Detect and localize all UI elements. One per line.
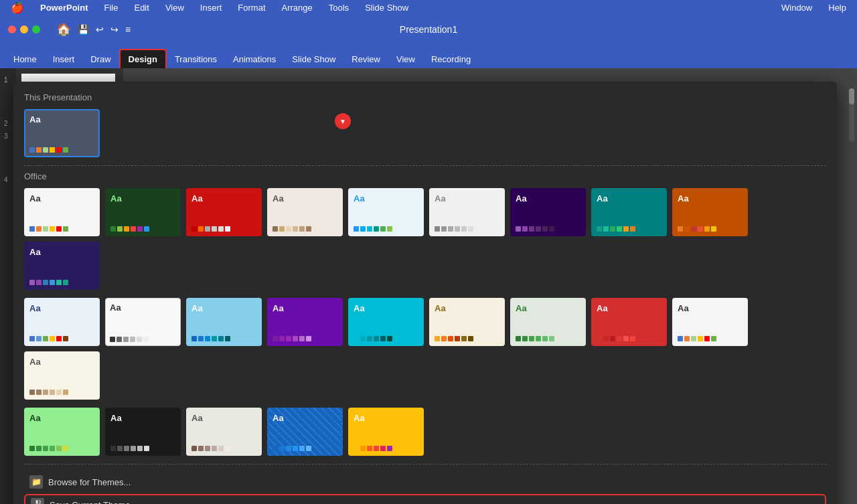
redo-icon[interactable]: ↪ (110, 24, 119, 35)
office-theme-5[interactable]: Aa (429, 188, 505, 236)
office-theme-7[interactable]: Aa (591, 188, 667, 236)
this-presentation-label: This Presentation (24, 92, 826, 102)
section-divider (24, 165, 826, 166)
office-theme-9[interactable]: Aa (24, 242, 100, 290)
maximize-button[interactable] (32, 25, 40, 33)
office-theme-18[interactable]: Aa (672, 298, 748, 346)
menu-format[interactable]: Format (235, 2, 268, 13)
theme-dropdown-panel: This Presentation Aa Office Aa (13, 82, 837, 504)
tab-design[interactable]: Design (119, 49, 167, 68)
tab-animations[interactable]: Animations (225, 50, 284, 68)
office-theme-6[interactable]: Aa (510, 188, 586, 236)
save-theme-icon: 💾 (31, 498, 44, 504)
menu-bar: 🍎 PowerPoint File Edit View Insert Forma… (0, 0, 857, 15)
menu-insert[interactable]: Insert (198, 2, 225, 13)
menu-tools[interactable]: Tools (326, 2, 352, 13)
office-theme-17[interactable]: Aa (591, 298, 667, 346)
office-theme-14[interactable]: Aa (348, 298, 424, 346)
current-theme-card[interactable]: Aa (24, 109, 100, 157)
scrollbar-thumb[interactable] (849, 88, 854, 104)
undo-icon[interactable]: ↩ (96, 24, 104, 35)
office-theme-21[interactable]: Aa (105, 408, 181, 456)
bottom-divider (24, 464, 826, 465)
office-row1: Aa Aa Aa Aa Aa Aa (24, 188, 826, 290)
minimize-button[interactable] (20, 25, 28, 33)
bottom-actions: 📁 Browse for Themes... 💾 Save Current Th… (24, 467, 826, 504)
toolbar-icons: 🏠 💾 ↩ ↪ ≡ (56, 22, 131, 37)
tab-recording[interactable]: Recording (423, 50, 479, 68)
browse-themes-icon: 📁 (29, 475, 43, 489)
office-theme-8[interactable]: Aa (672, 188, 748, 236)
menu-slideshow[interactable]: Slide Show (362, 2, 411, 13)
tab-insert[interactable]: Insert (45, 50, 83, 68)
browse-themes-button[interactable]: 📁 Browse for Themes... (24, 473, 826, 491)
apple-menu[interactable]: 🍎 (8, 1, 27, 15)
theme-gallery-expand-button[interactable]: ▼ (335, 113, 351, 129)
tab-transitions[interactable]: Transitions (167, 50, 225, 68)
browse-themes-label: Browse for Themes... (48, 477, 131, 487)
office-theme-1[interactable]: Aa (105, 188, 181, 236)
office-theme-16[interactable]: Aa (510, 298, 586, 346)
document-title: Presentation1 (400, 24, 457, 35)
office-theme-15[interactable]: Aa (429, 298, 505, 346)
office-theme-13[interactable]: Aa (267, 298, 343, 346)
ribbon-tabs: Home Insert Draw Design Transitions Anim… (0, 44, 857, 68)
office-theme-10[interactable]: Aa (24, 298, 100, 346)
office-theme-4[interactable]: Aa (348, 188, 424, 236)
tab-view[interactable]: View (388, 50, 423, 68)
office-theme-20[interactable]: Aa (24, 408, 100, 456)
office-row3: Aa Aa Aa Aa Aa (24, 408, 826, 456)
vertical-scrollbar[interactable] (849, 88, 854, 142)
save-icon[interactable]: 💾 (78, 24, 89, 35)
save-theme-button[interactable]: 💾 Save Current Theme... (24, 494, 826, 504)
title-bar: 🏠 💾 ↩ ↪ ≡ Presentation1 (0, 15, 857, 44)
office-row2: Aa Aa Aa Aa Aa Aa (24, 298, 826, 400)
office-theme-12[interactable]: Aa (186, 298, 262, 346)
close-button[interactable] (8, 25, 16, 33)
tab-review[interactable]: Review (343, 50, 388, 68)
customize-icon[interactable]: ≡ (125, 24, 131, 35)
office-theme-2[interactable]: Aa (186, 188, 262, 236)
office-section: Office Aa Aa Aa Aa Aa (24, 171, 826, 456)
office-theme-23[interactable]: Aa (267, 408, 343, 456)
menu-file[interactable]: File (102, 2, 121, 13)
menu-edit[interactable]: Edit (131, 2, 151, 13)
window-controls[interactable] (8, 25, 40, 33)
menu-help[interactable]: Help (826, 2, 849, 13)
office-theme-3[interactable]: Aa (267, 188, 343, 236)
office-theme-11[interactable]: Aa (105, 298, 181, 346)
home-icon[interactable]: 🏠 (56, 22, 71, 37)
save-theme-label: Save Current Theme... (50, 500, 137, 505)
menu-arrange[interactable]: Arrange (279, 2, 315, 13)
tab-slideshow[interactable]: Slide Show (284, 50, 343, 68)
tab-draw[interactable]: Draw (82, 50, 119, 68)
menu-view[interactable]: View (163, 2, 187, 13)
menu-window[interactable]: Window (779, 2, 815, 13)
office-theme-22[interactable]: Aa (186, 408, 262, 456)
this-presentation-grid: Aa (24, 109, 826, 157)
menu-powerpoint[interactable]: PowerPoint (37, 2, 91, 13)
tab-home[interactable]: Home (5, 50, 45, 68)
office-theme-24[interactable]: Aa (348, 408, 424, 456)
office-theme-0[interactable]: Aa (24, 188, 100, 236)
office-label: Office (24, 171, 826, 181)
this-presentation-section: This Presentation Aa (24, 92, 826, 157)
office-theme-19[interactable]: Aa (24, 351, 100, 400)
